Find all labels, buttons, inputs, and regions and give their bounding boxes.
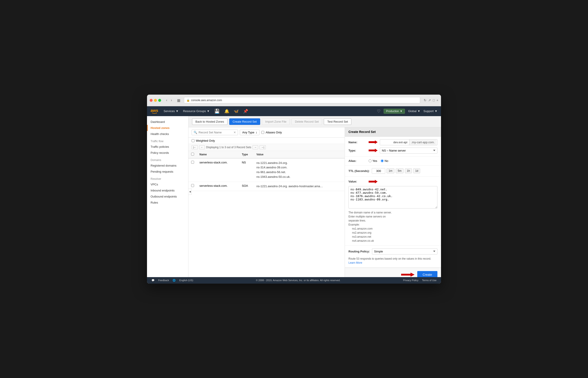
aliases-only-checkbox[interactable]: [261, 131, 264, 134]
sidebar-item-pending-requests[interactable]: Pending requests: [147, 169, 188, 175]
footer-right: Privacy Policy Terms of Use: [403, 279, 436, 282]
sidebar-item-inbound-endpoints[interactable]: Inbound endpoints: [147, 188, 188, 193]
record-type-2: SOA: [239, 182, 254, 191]
row-checkbox-1[interactable]: [191, 161, 194, 164]
alias-no-radio[interactable]: [381, 159, 384, 162]
support-nav-item[interactable]: Support ▼: [423, 109, 437, 113]
table-header-name: Name: [197, 151, 239, 158]
table-header-value: Value: [254, 151, 345, 158]
aliases-only-checkbox-label[interactable]: Aliases Only: [261, 131, 282, 134]
learn-more-link[interactable]: Learn More: [348, 261, 362, 264]
terms-of-use-link[interactable]: Terms of Use: [422, 279, 436, 282]
alias-yes-option[interactable]: Yes: [369, 159, 377, 162]
fullscreen-button[interactable]: [158, 99, 161, 102]
panel-footer: Create: [345, 268, 441, 277]
toolbar: Back to Hosted Zones Create Record Set I…: [188, 116, 441, 127]
ttl-row: TTL (Seconds): 1m 5m 1h 1d: [348, 168, 437, 174]
sidebar-item-dashboard[interactable]: Dashboard: [147, 119, 188, 125]
minimize-button[interactable]: [154, 99, 157, 102]
page-content: Back to Hosted Zones Create Record Set I…: [188, 116, 441, 277]
feedback-link[interactable]: Feedback: [158, 279, 169, 282]
add-tab-icon[interactable]: +: [436, 98, 438, 102]
delete-record-set-button[interactable]: Delete Record Set: [291, 118, 322, 125]
routing-select[interactable]: Simple Weighted Latency Failover Geoloca…: [372, 248, 437, 255]
create-button[interactable]: Create: [417, 271, 437, 277]
record-value-2: ns-1221.awsdns-24.org. awsdns-hostmaster…: [254, 182, 345, 191]
sidebar-item-policy-records[interactable]: Policy records: [147, 150, 188, 156]
services-nav-item[interactable]: Services ▼: [164, 109, 179, 113]
ttl-input[interactable]: [372, 168, 385, 174]
notification-bell-button[interactable]: ♡: [377, 109, 380, 114]
sidebar-item-outbound-endpoints[interactable]: Outbound endpoints: [147, 193, 188, 200]
select-all-checkbox[interactable]: [191, 153, 194, 156]
nav-buttons: ‹ ›: [165, 98, 173, 103]
ttl-1m-button[interactable]: 1m: [387, 168, 394, 173]
environment-selector[interactable]: Production ▼: [384, 109, 405, 114]
row-checkbox-2[interactable]: [191, 184, 194, 187]
value-label: Value:: [348, 180, 366, 183]
first-page-button[interactable]: |←: [192, 145, 198, 149]
support-label: Support: [423, 109, 434, 113]
table-row[interactable]: serverless-stack.com. SOA ns-1221.awsdns…: [188, 182, 345, 191]
resource-groups-nav-item[interactable]: Resource Groups ▼: [183, 109, 210, 113]
pin-icon: 📌: [243, 109, 248, 114]
sidebar-item-traffic-policies[interactable]: Traffic policies: [147, 144, 188, 150]
nav-right-icons: ♡ Production ▼ Global ▼ Support ▼: [377, 109, 437, 114]
sidebar-item-hosted-zones[interactable]: Hosted zones: [147, 125, 188, 131]
reload-icon[interactable]: ↻: [424, 98, 426, 102]
value-textarea[interactable]: ns-849.awsdns-42.net. ns-477.awsdns-59.c…: [348, 186, 437, 208]
type-select[interactable]: NS – Name server A – IPv4 address AAAA –…: [380, 148, 437, 154]
alias-yes-radio[interactable]: [369, 159, 372, 162]
create-record-set-button[interactable]: Create Record Set: [229, 118, 260, 125]
sidebar-item-registered-domains[interactable]: Registered domains: [147, 162, 188, 169]
sidebar-item-vpcs[interactable]: VPCs: [147, 181, 188, 188]
privacy-policy-link[interactable]: Privacy Policy: [403, 279, 418, 282]
type-filter-label: Any Type: [242, 131, 254, 134]
sidebar-toggle-button[interactable]: ▦: [175, 98, 182, 103]
search-input[interactable]: [198, 131, 232, 134]
sidebar-collapse-button[interactable]: ◀: [188, 189, 192, 195]
next-page-button[interactable]: →: [253, 145, 258, 149]
url-text: console.aws.amazon.com: [191, 99, 222, 102]
value-arrow-indicator: [369, 179, 378, 184]
type-filter-select[interactable]: Any Type ↕: [240, 130, 260, 135]
table-header-type: Type: [239, 151, 254, 158]
new-tab-icon[interactable]: □: [433, 98, 434, 102]
aws-logo[interactable]: aws: [151, 108, 158, 114]
ttl-5m-button[interactable]: 5m: [396, 168, 404, 173]
record-value-1: ns-1221.awsdns-24.org. ns-314.awsdns-39.…: [254, 158, 345, 182]
ttl-1d-button[interactable]: 1d: [413, 168, 420, 173]
resource-groups-chevron-icon: ▼: [207, 109, 210, 113]
name-input-group: .my-cart-app.com.: [380, 139, 437, 145]
back-nav-button[interactable]: ‹: [165, 98, 169, 103]
forward-nav-button[interactable]: ›: [170, 98, 173, 103]
close-button[interactable]: [150, 99, 153, 102]
filter-bar: 🔍 ✕ Any Type ↕ Aliases Only: [188, 127, 345, 138]
aliases-only-label: Aliases Only: [265, 131, 282, 134]
language-link[interactable]: English (US): [179, 279, 193, 282]
record-type-1: NS: [239, 158, 254, 182]
routing-row: Routing Policy: Simple Weighted Latency …: [348, 248, 437, 255]
back-to-hosted-zones-button[interactable]: Back to Hosted Zones: [192, 118, 227, 125]
name-input[interactable]: [380, 139, 409, 145]
weighted-only-checkbox[interactable]: [192, 139, 195, 142]
import-zone-file-button[interactable]: Import Zone File: [262, 118, 290, 125]
global-label: Global: [408, 109, 417, 113]
weighted-only-checkbox-label[interactable]: Weighted Only: [192, 139, 215, 142]
last-page-button[interactable]: →|: [260, 145, 266, 149]
svg-marker-3: [401, 273, 415, 277]
prev-page-button[interactable]: ←: [199, 145, 205, 149]
alias-yes-label: Yes: [372, 159, 377, 162]
sidebar-wrapper: Dashboard Hosted zones Health checks Tra…: [147, 116, 188, 277]
global-nav-item[interactable]: Global ▼: [408, 109, 420, 113]
sidebar-item-rules[interactable]: Rules: [147, 200, 188, 206]
sidebar-item-health-checks[interactable]: Health checks: [147, 131, 188, 137]
footer-left: 💬 Feedback 🌐 English (US): [152, 279, 193, 282]
clear-search-icon[interactable]: ✕: [234, 131, 236, 134]
table-header-checkbox: [188, 151, 197, 158]
test-record-set-button[interactable]: Test Record Set: [324, 118, 351, 125]
alias-no-option[interactable]: No: [381, 159, 388, 162]
ttl-1h-button[interactable]: 1h: [405, 168, 412, 173]
share-icon[interactable]: ↗: [428, 98, 431, 102]
table-row[interactable]: serverless-stack.com. NS ns-1221.awsdns-…: [188, 158, 345, 182]
